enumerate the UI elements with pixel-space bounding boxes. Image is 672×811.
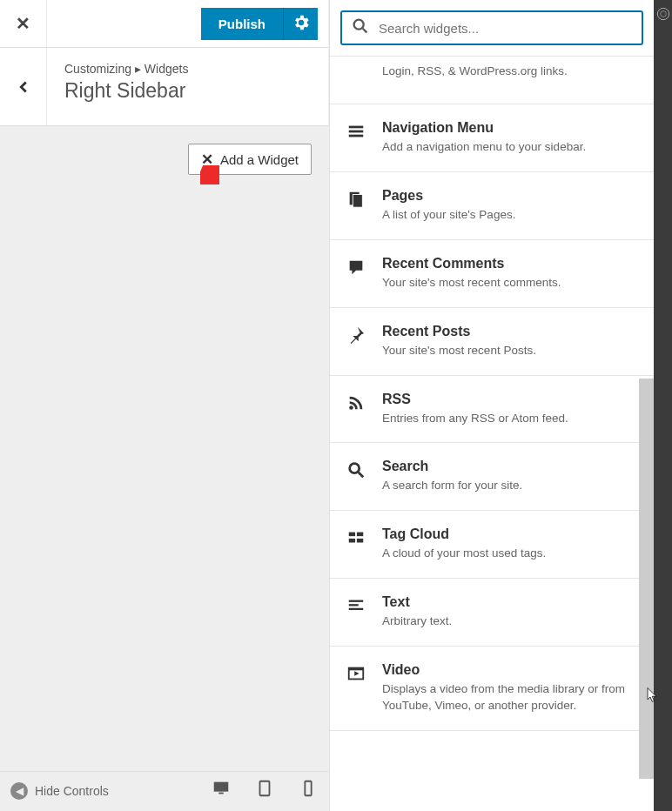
back-button[interactable] (0, 48, 47, 125)
svg-rect-14 (349, 533, 355, 537)
publish-settings-button[interactable] (283, 8, 318, 40)
svg-rect-22 (349, 668, 364, 671)
widget-item[interactable]: VideoDisplays a video from the media lib… (330, 647, 654, 731)
search-icon (344, 459, 368, 483)
svg-line-5 (363, 28, 367, 32)
widget-title: RSS (382, 392, 636, 407)
publish-button[interactable]: Publish (201, 8, 283, 40)
widget-desc: Add a navigation menu to your sidebar. (382, 139, 636, 156)
svg-rect-2 (260, 781, 270, 796)
comment-icon (344, 256, 368, 280)
widget-desc: Login, RSS, & WordPress.org links. (382, 64, 636, 80)
customizer-panel: ✕ Publish Customizing ▸ Widgets Right Si… (0, 0, 328, 811)
svg-rect-0 (214, 782, 229, 792)
widget-desc: Displays a video from the media library … (382, 681, 636, 714)
chevron-left-icon: ◀ (10, 782, 28, 800)
svg-rect-17 (357, 539, 363, 543)
pin-icon (344, 324, 368, 348)
top-bar: ✕ Publish (0, 0, 328, 48)
search-container (330, 0, 654, 57)
widget-picker-panel: Login, RSS, & WordPress.org links.Naviga… (329, 0, 654, 811)
widget-item[interactable]: PagesA list of your site's Pages. (330, 172, 654, 240)
rss-icon (344, 392, 368, 416)
widget-title: Pages (382, 188, 636, 204)
widget-title: Navigation Menu (382, 120, 636, 136)
mobile-icon[interactable] (299, 779, 318, 802)
gear-icon (292, 13, 311, 35)
svg-point-12 (350, 464, 360, 473)
customizer-header: Customizing ▸ Widgets Right Sidebar (0, 48, 328, 126)
widget-desc: A cloud of your most used tags. (382, 546, 636, 562)
search-input[interactable] (379, 21, 633, 36)
preview-edge (654, 0, 672, 811)
video-icon (344, 662, 368, 687)
widget-icon (344, 64, 368, 88)
widget-title: Video (382, 662, 636, 678)
pages-icon (344, 188, 368, 212)
desktop-icon[interactable] (212, 779, 231, 802)
widget-item[interactable]: RSSEntries from any RSS or Atom feed. (330, 376, 654, 444)
close-icon: ✕ (201, 151, 213, 169)
widget-title: Text (382, 594, 636, 610)
hide-controls-button[interactable]: ◀ Hide Controls (10, 782, 109, 800)
svg-point-11 (349, 406, 353, 410)
svg-point-23 (657, 8, 669, 19)
widget-item[interactable]: Recent PostsYour site's most recent Post… (330, 308, 654, 376)
svg-line-13 (359, 473, 364, 478)
bottom-bar: ◀ Hide Controls (0, 771, 328, 809)
page-title: Right Sidebar (64, 79, 311, 103)
wp-icon (656, 9, 670, 23)
widget-desc: Arbitrary text. (382, 613, 636, 630)
widget-item[interactable]: TextArbitrary text. (330, 579, 654, 647)
widget-desc: Your site's most recent Posts. (382, 343, 636, 359)
widget-item[interactable]: SearchA search form for your site. (330, 443, 654, 511)
svg-rect-3 (305, 781, 311, 796)
svg-rect-6 (349, 126, 364, 129)
svg-rect-1 (218, 793, 224, 794)
widget-item[interactable]: Login, RSS, & WordPress.org links. (330, 57, 654, 104)
search-input-wrapper[interactable] (340, 10, 643, 45)
search-icon (351, 17, 370, 40)
svg-point-4 (354, 19, 364, 29)
svg-rect-8 (349, 135, 364, 137)
svg-point-24 (660, 11, 666, 17)
widget-item[interactable]: Recent CommentsYour site's most recent c… (330, 240, 654, 308)
tags-icon (344, 526, 368, 551)
svg-rect-20 (349, 608, 364, 610)
svg-rect-10 (353, 194, 362, 207)
widget-title: Recent Posts (382, 324, 636, 339)
svg-rect-7 (349, 131, 364, 133)
menu-icon (344, 120, 368, 144)
widget-list: Login, RSS, & WordPress.org links.Naviga… (330, 57, 654, 802)
widget-title: Tag Cloud (382, 526, 636, 542)
svg-rect-16 (349, 539, 355, 543)
widget-desc: Your site's most recent comments. (382, 275, 636, 292)
scrollbar[interactable] (639, 379, 654, 779)
close-icon[interactable]: ✕ (0, 0, 47, 47)
widget-title: Recent Comments (382, 256, 636, 271)
widget-desc: A list of your site's Pages. (382, 207, 636, 224)
add-widget-button[interactable]: ✕ Add a Widget (188, 144, 312, 175)
widget-item[interactable]: Navigation MenuAdd a navigation menu to … (330, 104, 654, 172)
widget-item[interactable]: Tag CloudA cloud of your most used tags. (330, 511, 654, 579)
svg-rect-19 (349, 604, 359, 606)
widget-title: Search (382, 459, 636, 474)
svg-rect-15 (357, 533, 363, 537)
widget-desc: A search form for your site. (382, 478, 636, 494)
text-icon (344, 594, 368, 619)
svg-rect-18 (349, 600, 364, 602)
tablet-icon[interactable] (255, 779, 274, 802)
widget-desc: Entries from any RSS or Atom feed. (382, 411, 636, 427)
breadcrumb[interactable]: Customizing ▸ Widgets (64, 62, 311, 76)
